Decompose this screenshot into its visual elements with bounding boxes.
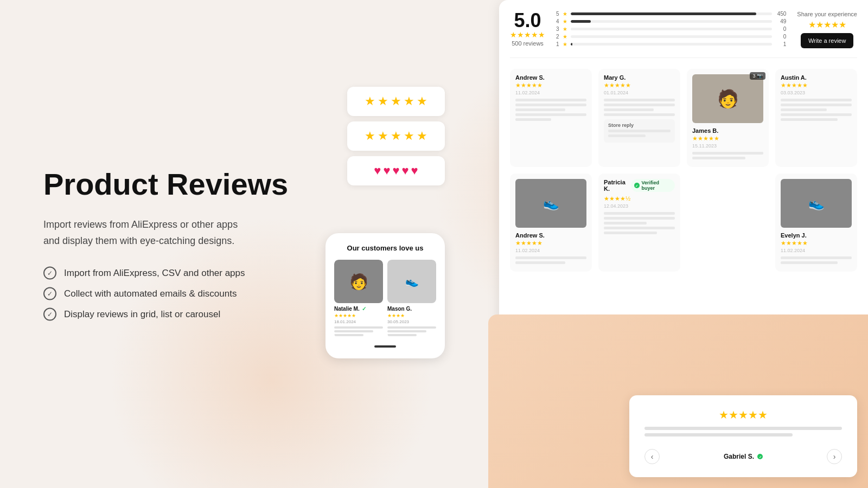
reviewer-date: 11.02.2024 <box>515 90 586 95</box>
check-icon: ✓ <box>43 266 56 279</box>
reviewer-name: James B. <box>692 127 763 134</box>
review-card: 3 📷 🧑 James B. ★★★★★ 15.11.2023 <box>687 69 769 167</box>
star-card-5: ★ ★ ★ ★ ★ <box>347 87 445 116</box>
reviewer-name: Austin A. <box>781 74 852 81</box>
list-item: ✓ Display reviews in grid, list or carou… <box>43 307 315 320</box>
rating-score: 5.0 <box>510 11 545 30</box>
reviewer-name: Mary G. <box>604 74 675 81</box>
store-reply: Store reply <box>604 119 675 143</box>
hearts-row: ♥ ♥ ♥ ♥ ♥ <box>374 164 418 178</box>
reviews-grid: Andrew S. ★★★★★ 11.02.2024 Mary G. ★★★★★… <box>510 69 857 167</box>
verified-icon: ✓ <box>757 454 763 459</box>
rating-bar-row-5: 5 ★ 450 <box>556 11 786 17</box>
big-rating: 5.0 ★★★★★ 500 reviews <box>510 11 545 47</box>
review-count: 500 reviews <box>510 40 545 47</box>
heart-card: ♥ ♥ ♥ ♥ ♥ <box>347 156 445 185</box>
rating-stars: ★★★★★ <box>510 30 545 39</box>
star-cards-area: ★ ★ ★ ★ ★ ★ ★ ★ ★ ★ ♥ ♥ ♥ ♥ ♥ <box>347 87 445 185</box>
carousel-widget: ★★★★★ ‹ Gabriel S. ✓ › <box>629 395 857 477</box>
reviewer-date: 11.02.2024 <box>515 248 586 253</box>
mobile-mockup: Our customers love us 🧑 Natalie M. ✓ ★★★… <box>326 233 445 358</box>
mobile-reviews-grid: 🧑 Natalie M. ✓ ★★★★★ 18.01.2024 👟 Mason … <box>334 260 436 338</box>
reviewer-stars: ★★★★ <box>387 313 436 318</box>
reviewer-stars: ★★★★★ <box>515 240 586 247</box>
reviewer-stars: ★★★★★ <box>604 82 675 89</box>
photo-count-badge: 3 📷 <box>750 72 765 80</box>
list-item: ✓ Collect with automated emails & discou… <box>43 287 315 300</box>
review-photo: 👟 <box>515 179 586 228</box>
reviewer-name: Natalie M. ✓ <box>334 306 383 312</box>
reviewer-stars: ★★★★★ <box>781 240 852 247</box>
reviewer-photo: 🧑 <box>334 260 383 303</box>
carousel-prev-button[interactable]: ‹ <box>644 449 660 464</box>
reviewer-date: 03.03.2023 <box>781 90 852 95</box>
verified-icon: ✓ <box>634 183 639 188</box>
reviewer-date: 15.11.2023 <box>692 143 763 149</box>
left-panel: Product Reviews Import reviews from AliE… <box>43 168 315 321</box>
stars-row: ★ ★ ★ ★ ★ <box>365 129 427 143</box>
rating-bar-row-1: 1 ★ 1 <box>556 41 786 47</box>
check-icon: ✓ <box>43 307 56 320</box>
review-card: Patricia K. ✓ Verified buyer ★★★★½ 12.04… <box>598 174 680 272</box>
reviewer-stars: ★★★★★ <box>334 313 383 318</box>
star-card-4: ★ ★ ★ ★ ★ <box>347 121 445 151</box>
review-photo: 👟 <box>781 179 852 228</box>
reviews-grid-2: 👟 Andrew S. ★★★★★ 11.02.2024 Patricia K.… <box>510 174 857 272</box>
reviewer-date: 01.01.2024 <box>604 90 675 95</box>
right-area: ★ ★ ★ ★ ★ ★ ★ ★ ★ ★ ♥ ♥ ♥ ♥ ♥ <box>315 0 868 488</box>
reviewer-name: Evelyn J. <box>781 232 852 239</box>
feature-list: ✓ Import from AliExpress, CSV and other … <box>43 266 315 320</box>
carousel-reviewer: Gabriel S. ✓ <box>724 453 763 460</box>
reviewer-stars: ★★★★★ <box>692 135 763 142</box>
rating-header: 5.0 ★★★★★ 500 reviews 5 ★ 450 4 ★ 49 <box>510 11 857 58</box>
reviewer-name: Andrew S. <box>515 232 586 239</box>
share-stars: ★★★★★ <box>797 20 857 30</box>
share-label: Share your experience <box>797 11 857 17</box>
rating-bar-row-4: 4 ★ 49 <box>556 18 786 24</box>
list-item: ✓ Import from AliExpress, CSV and other … <box>43 266 315 279</box>
review-card: Andrew S. ★★★★★ 11.02.2024 <box>510 69 592 167</box>
page-title: Product Reviews <box>43 168 315 201</box>
rating-bar-row-3: 3 ★ 0 <box>556 26 786 32</box>
carousel-next-button[interactable]: › <box>827 449 842 464</box>
reviewer-name: Andrew S. <box>515 74 586 81</box>
description: Import reviews from AliExpress or other … <box>43 216 315 249</box>
mobile-scroll-bar <box>374 345 396 348</box>
share-section: Share your experience ★★★★★ Write a revi… <box>797 11 857 48</box>
reviewer-photo: 👟 <box>387 260 436 303</box>
rating-bar-row-2: 2 ★ 0 <box>556 34 786 40</box>
reviewer-date: 18.01.2024 <box>334 319 383 324</box>
reviewer-stars: ★★★★★ <box>515 82 586 89</box>
stars-row: ★ ★ ★ ★ ★ <box>365 94 427 108</box>
review-card: 👟 Evelyn J. ★★★★★ 11.02.2024 <box>775 174 857 272</box>
reviewer-date: 11.02.2024 <box>781 248 852 253</box>
review-photo: 🧑 <box>692 74 763 123</box>
reviewer-date: 12.04.2023 <box>604 203 675 209</box>
reviewer-stars: ★★★★★ <box>781 82 852 89</box>
reviewer-date: 30.05.2023 <box>387 319 436 324</box>
review-card: Mary G. ★★★★★ 01.01.2024 Store reply <box>598 69 680 167</box>
reviews-panel: 5.0 ★★★★★ 500 reviews 5 ★ 450 4 ★ 49 <box>499 0 868 347</box>
review-card: Austin A. ★★★★★ 03.03.2023 <box>775 69 857 167</box>
carousel-nav: ‹ Gabriel S. ✓ › <box>644 449 842 464</box>
write-review-button[interactable]: Write a review <box>801 33 853 48</box>
reviewer-name: Mason G. <box>387 306 436 312</box>
reviewer-name: Patricia K. <box>604 179 631 192</box>
list-item: 🧑 Natalie M. ✓ ★★★★★ 18.01.2024 <box>334 260 383 338</box>
carousel-stars: ★★★★★ <box>719 408 768 421</box>
mobile-title: Our customers love us <box>334 244 436 252</box>
review-card: 👟 Andrew S. ★★★★★ 11.02.2024 <box>510 174 592 272</box>
reviewer-stars: ★★★★½ <box>604 195 675 202</box>
rating-bars: 5 ★ 450 4 ★ 49 3 ★ 0 2 <box>556 11 786 49</box>
verified-badge: ✓ Verified buyer <box>631 179 675 192</box>
list-item: 👟 Mason G. ★★★★ 30.05.2023 <box>387 260 436 338</box>
check-icon: ✓ <box>43 287 56 300</box>
